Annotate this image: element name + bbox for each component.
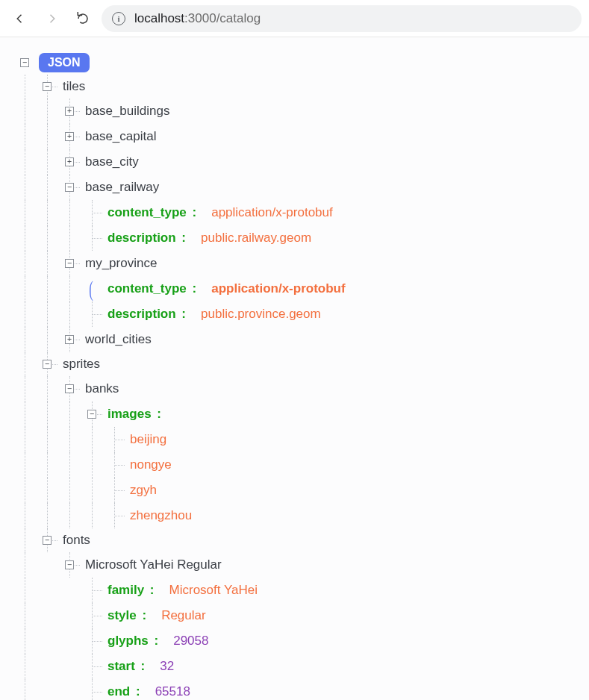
list-item: zgyh	[13, 478, 583, 503]
node-world-cities[interactable]: world_cities	[13, 327, 583, 352]
node-base-railway[interactable]: base_railway	[13, 175, 583, 200]
tree-root-row: JSON	[13, 51, 583, 75]
toggle-base-buildings[interactable]	[65, 107, 74, 116]
toggle-sprites[interactable]	[43, 360, 52, 369]
toggle-images[interactable]	[87, 410, 96, 419]
label-tiles: tiles	[58, 79, 85, 94]
label-sprites: sprites	[58, 357, 100, 372]
toggle-tiles[interactable]	[43, 82, 52, 91]
label-base-buildings: base_buildings	[81, 104, 169, 119]
prop-font-end: end :65518	[13, 679, 583, 700]
arrow-left-icon	[13, 12, 27, 25]
toggle-my-province[interactable]	[65, 259, 74, 268]
label-my-province: my_province	[81, 256, 157, 271]
prop-font-start: start :32	[13, 654, 583, 679]
label-base-capital: base_capital	[81, 129, 156, 144]
node-tiles[interactable]: tiles	[13, 75, 583, 99]
prop-font-family: family :Microsoft YaHei	[13, 578, 583, 603]
label-font-msyahei: Microsoft YaHei Regular	[81, 557, 222, 572]
node-font-msyahei[interactable]: Microsoft YaHei Regular	[13, 552, 583, 578]
browser-toolbar: i localhost:3000/catalog	[0, 0, 589, 37]
node-base-city[interactable]: base_city	[13, 149, 583, 175]
toggle-font-msyahei[interactable]	[65, 560, 74, 569]
list-item: zhengzhou	[13, 503, 583, 528]
label-world-cities: world_cities	[81, 332, 152, 347]
label-base-railway: base_railway	[81, 180, 159, 195]
node-base-capital[interactable]: base_capital	[13, 124, 583, 149]
url-text: localhost:3000/catalog	[134, 11, 261, 26]
node-banks[interactable]: banks	[13, 376, 583, 401]
reload-button[interactable]	[70, 6, 96, 31]
prop-my-province-description: description :public.province.geom	[13, 301, 583, 327]
toggle-banks[interactable]	[65, 384, 74, 393]
label-base-city: base_city	[81, 154, 139, 169]
toggle-base-city[interactable]	[65, 157, 74, 166]
prop-base-railway-description: description :public.railway.geom	[13, 225, 583, 251]
prop-my-province-content-type: ( content_type :application/x-protobuf	[13, 276, 583, 301]
caret-icon: (	[89, 276, 93, 301]
node-sprites[interactable]: sprites	[13, 352, 583, 376]
label-banks: banks	[81, 381, 119, 396]
node-base-buildings[interactable]: base_buildings	[13, 99, 583, 124]
node-fonts[interactable]: fonts	[13, 528, 583, 552]
prop-font-style: style :Regular	[13, 603, 583, 628]
toggle-fonts[interactable]	[43, 536, 52, 545]
prop-font-glyphs: glyphs :29058	[13, 628, 583, 654]
list-item: nongye	[13, 452, 583, 478]
toggle-base-capital[interactable]	[65, 132, 74, 141]
list-item: beijing	[13, 427, 583, 452]
site-info-icon[interactable]: i	[112, 12, 125, 25]
prop-base-railway-content-type: content_type :application/x-protobuf	[13, 200, 583, 225]
forward-button[interactable]	[39, 6, 64, 31]
node-images[interactable]: images :	[13, 401, 583, 427]
label-fonts: fonts	[58, 533, 90, 548]
address-bar[interactable]: i localhost:3000/catalog	[102, 5, 582, 32]
toggle-base-railway[interactable]	[65, 183, 74, 192]
json-tree: JSON tiles base_buildings base_capital b…	[0, 37, 589, 700]
toggle-world-cities[interactable]	[65, 335, 74, 344]
json-badge: JSON	[39, 53, 90, 72]
arrow-right-icon	[45, 12, 58, 25]
toggle-root[interactable]	[20, 58, 29, 67]
node-my-province[interactable]: my_province	[13, 251, 583, 276]
back-button[interactable]	[7, 6, 33, 31]
reload-icon	[76, 12, 90, 25]
